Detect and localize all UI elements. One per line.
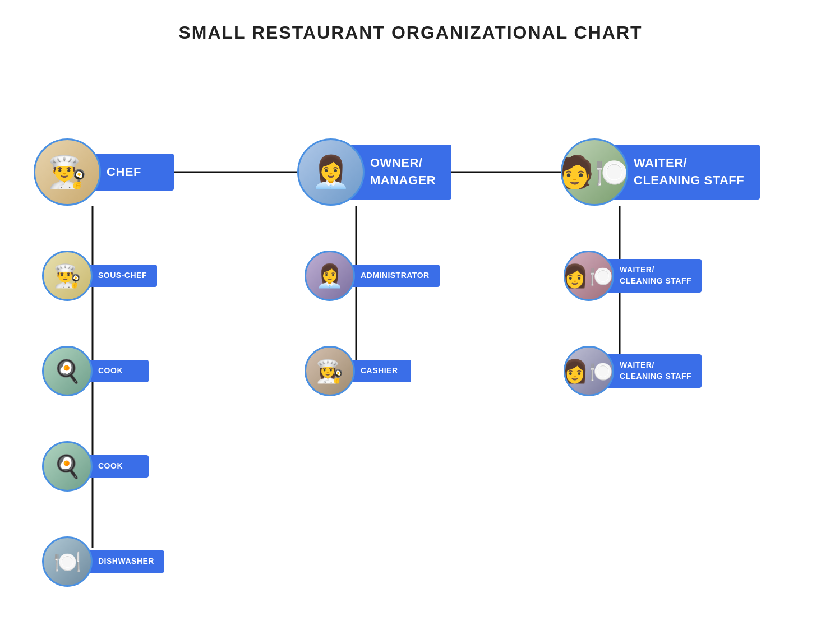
waiter-top-avatar: 🧑‍🍽️	[561, 138, 628, 206]
node-sous-chef: 👨‍🍳 SOUS-CHEF	[42, 251, 157, 301]
admin-avatar: 👩‍💼	[305, 251, 355, 301]
waiter2-icon: 👩‍🍽️	[564, 263, 614, 289]
node-dishwasher: 🍽️ DISHWASHER	[42, 536, 164, 587]
admin-icon: 👩‍💼	[316, 263, 344, 289]
node-cashier: 👩‍🍳 CASHIER	[305, 346, 411, 396]
dishwasher-avatar: 🍽️	[42, 536, 93, 587]
node-owner: 👩‍💼 OWNER/ MANAGER	[297, 138, 451, 206]
waiter3-icon: 👩‍🍽️	[564, 358, 614, 384]
waiter-top-icon: 🧑‍🍽️	[561, 154, 628, 191]
waiter2-label: WAITER/ CLEANING STAFF	[603, 259, 702, 292]
cook1-avatar: 🍳	[42, 346, 93, 396]
cashier-icon: 👩‍🍳	[316, 358, 344, 384]
waiter-top-label: WAITER/ CLEANING STAFF	[611, 145, 760, 200]
dishwasher-label: DISHWASHER	[81, 550, 164, 573]
node-waiter3: 👩‍🍽️ WAITER/ CLEANING STAFF	[564, 346, 702, 396]
sous-chef-avatar: 👨‍🍳	[42, 251, 93, 301]
page-title: SMALL RESTAURANT ORGANIZATIONAL CHART	[0, 0, 821, 60]
owner-avatar: 👩‍💼	[297, 138, 365, 206]
org-chart: 👨‍🍳 CHEF 👩‍💼 OWNER/ MANAGER 🧑‍🍽️ WAITER/…	[0, 60, 821, 620]
waiter3-label: WAITER/ CLEANING STAFF	[603, 354, 702, 387]
owner-icon: 👩‍💼	[311, 154, 350, 191]
sous-chef-label: SOUS-CHEF	[81, 265, 157, 287]
cook2-avatar: 🍳	[42, 441, 93, 492]
node-administrator: 👩‍💼 ADMINISTRATOR	[305, 251, 440, 301]
waiter3-avatar: 👩‍🍽️	[564, 346, 614, 396]
chef-icon: 👨‍🍳	[48, 154, 87, 191]
cashier-avatar: 👩‍🍳	[305, 346, 355, 396]
dishwasher-icon: 🍽️	[53, 549, 81, 575]
waiter2-avatar: 👩‍🍽️	[564, 251, 614, 301]
node-cook2: 🍳 COOK	[42, 441, 149, 492]
sous-chef-icon: 👨‍🍳	[53, 263, 81, 289]
chef-avatar: 👨‍🍳	[34, 138, 101, 206]
node-chef: 👨‍🍳 CHEF	[34, 138, 174, 206]
node-waiter2: 👩‍🍽️ WAITER/ CLEANING STAFF	[564, 251, 702, 301]
node-waiter-top: 🧑‍🍽️ WAITER/ CLEANING STAFF	[561, 138, 760, 206]
admin-label: ADMINISTRATOR	[344, 265, 440, 287]
cook1-icon: 🍳	[53, 358, 81, 384]
node-cook1: 🍳 COOK	[42, 346, 149, 396]
cook2-icon: 🍳	[53, 453, 81, 480]
